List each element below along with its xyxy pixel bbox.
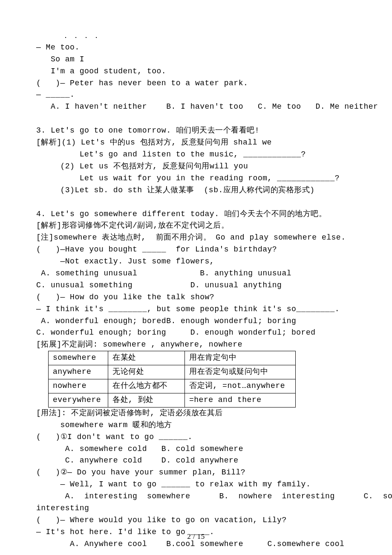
line-me-too: — Me too.	[36, 42, 356, 54]
blank-1	[36, 113, 356, 125]
line-so-am-i: So am I	[36, 54, 356, 66]
question-peter: ( )— Peter has never been to a water par…	[36, 78, 356, 90]
question-q2-reply: — Well, I want to go ______ to relax wit…	[36, 479, 356, 491]
question-talkshow: ( )— How do you like the talk show?	[36, 292, 356, 304]
cell-anywhere: anywhere	[49, 365, 108, 379]
question-lily: ( )— Where would you like to go on vacat…	[36, 515, 356, 526]
cell-nowhere-meaning: 在什么地方都不	[108, 379, 185, 393]
table-row: somewhere 在某处 用在肯定句中	[49, 351, 296, 365]
item-3-heading: 3. Let's go to one tomorrow. 咱们明天去一个看看吧!	[36, 125, 356, 137]
item-3-analysis-2: (2) Let us 不包括对方, 反意疑问句用will you	[36, 161, 356, 173]
cell-everywhere: everywhere	[49, 393, 108, 407]
question-talkshow-cd: C. wonderful enough; boring D. enough wo…	[36, 327, 356, 339]
blank-3	[36, 550, 356, 555]
question-talkshow-reply: — I think it's ________, but some people…	[36, 304, 356, 315]
blank-2	[36, 197, 356, 208]
header-dots: ．．．．	[36, 30, 356, 42]
table-row: everywhere 各处, 到处 =here and there	[49, 393, 296, 407]
question-q2: ( )②— Do you have your summer plan, Bill…	[36, 467, 356, 479]
table-row: nowhere 在什么地方都不 否定词, =not…anywhere	[49, 379, 296, 393]
cell-everywhere-usage: =here and there	[185, 393, 296, 407]
question-q2-opts-cont: interesting	[36, 503, 356, 515]
question-q1-cd: C. anywhere cold D. cold anywhere	[36, 455, 356, 467]
question-q1-ab: A. somewhere cold B. cold somewhere	[36, 443, 356, 455]
item-3-example-1: Let's go and listen to the music, ______…	[36, 149, 356, 161]
usage-heading: [用法]: 不定副词被定语修饰时, 定语必须放在其后	[36, 408, 356, 419]
item-4-heading: 4. Let's go somewhere different today. 咱…	[36, 208, 356, 220]
cell-somewhere-usage: 用在肯定句中	[185, 351, 296, 365]
item-4-analysis: [解析]形容词修饰不定代词/副词,放在不定代词之后。	[36, 220, 356, 232]
question-q2-opts: A. interesting somewhere B. nowhere inte…	[36, 491, 356, 503]
adverb-table: somewhere 在某处 用在肯定句中 anywhere 无论何处 用在否定句…	[48, 351, 296, 408]
question-talkshow-ab: A. wonderful enough; boredB. enough wond…	[36, 315, 356, 327]
question-peter-blank: — _____.	[36, 89, 356, 101]
item-4-note: [注]somewhere 表达地点时, 前面不用介词。 Go and play …	[36, 232, 356, 244]
extension-heading: [拓展]不定副词: somewhere , anywhere, nowhere	[36, 339, 356, 351]
question-linda: ( )—Have you bought _____ for Linda's bi…	[36, 244, 356, 256]
cell-somewhere-meaning: 在某处	[108, 351, 185, 365]
line-good-student: I'm a good student, too.	[36, 66, 356, 78]
item-3-analysis-1: [解析](1) Let's 中的us 包括对方, 反意疑问句用 shall we	[36, 137, 356, 149]
page-footer: 2 / 15	[0, 531, 392, 542]
cell-anywhere-usage: 用在否定句或疑问句中	[185, 365, 296, 379]
question-linda-opts-ab: A. something unusual B. anything unusual	[36, 268, 356, 280]
cell-anywhere-meaning: 无论何处	[108, 365, 185, 379]
question-linda-opts-cd: C. unusual something D. unusual anything	[36, 280, 356, 292]
cell-somewhere: somewhere	[49, 351, 108, 365]
usage-example: somewhere warm 暖和的地方	[36, 419, 356, 431]
question-q1: ( )①I don't want to go ______.	[36, 431, 356, 443]
cell-nowhere-usage: 否定词, =not…anywhere	[185, 379, 296, 393]
item-3-analysis-3: (3)Let sb. do sth 让某人做某事 (sb.应用人称代词的宾格形式…	[36, 185, 356, 197]
table-row: anywhere 无论何处 用在否定句或疑问句中	[49, 365, 296, 379]
cell-nowhere: nowhere	[49, 379, 108, 393]
cell-everywhere-meaning: 各处, 到处	[108, 393, 185, 407]
question-linda-reply: —Not exactly. Just some flowers,	[36, 256, 356, 268]
question-peter-options: A. I haven't neither B. I haven't too C.…	[36, 101, 356, 113]
item-3-example-2: Let us wait for you in the reading room,…	[36, 173, 356, 185]
